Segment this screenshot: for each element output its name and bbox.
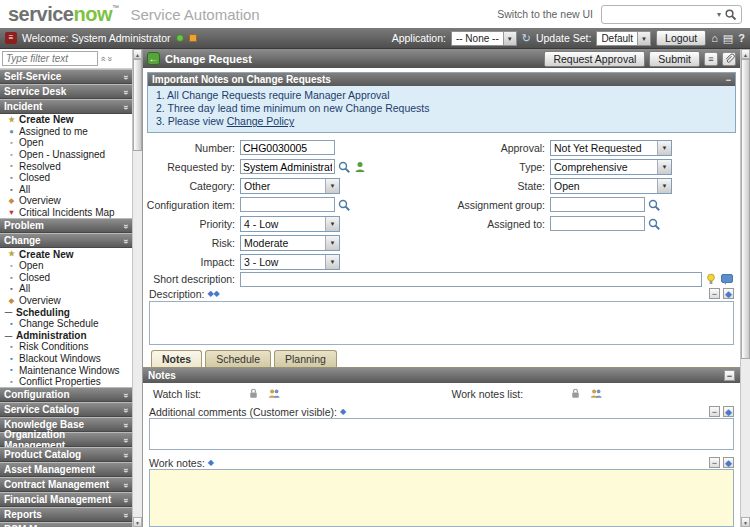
configuration-item-input[interactable]	[240, 197, 335, 212]
reference-lookup-icon[interactable]	[647, 217, 661, 231]
double-chevron-icon[interactable]: »	[121, 74, 131, 78]
print-icon[interactable]: ▤	[723, 33, 733, 44]
priority-select[interactable]: 4 - Low▼	[240, 216, 340, 232]
sidebar-section-product-catalog[interactable]: Product Catalog »	[0, 447, 132, 462]
sidebar-item-change-closed[interactable]: ▪Closed	[0, 272, 132, 284]
lock-icon[interactable]	[247, 387, 261, 401]
tab-planning[interactable]: Planning	[274, 350, 337, 367]
submit-button[interactable]: Submit	[649, 51, 700, 67]
collapse-icon[interactable]: −	[709, 406, 720, 417]
change-policy-link[interactable]: Change Policy	[227, 115, 295, 127]
sidebar-item-change-open[interactable]: ▪Open	[0, 260, 132, 272]
double-chevron-icon[interactable]: »	[121, 483, 131, 487]
lock-icon[interactable]	[569, 387, 583, 401]
category-select[interactable]: Other▼	[240, 178, 340, 194]
sidebar-section-change[interactable]: Change »	[0, 233, 132, 248]
sidebar-section-service-catalog[interactable]: Service Catalog »	[0, 402, 132, 417]
sidebar-section-incident[interactable]: Incident »	[0, 99, 132, 114]
sidebar-section-service-desk[interactable]: Service Desk »	[0, 84, 132, 99]
knowledge-icon[interactable]: ◆	[214, 289, 220, 298]
update-set-select[interactable]: Default ▼	[596, 31, 651, 46]
expand-icon[interactable]: ◆	[723, 406, 734, 417]
state-select[interactable]: Open▼	[550, 178, 672, 194]
group-icon[interactable]	[267, 387, 281, 401]
scroll-down-icon[interactable]: ▼	[741, 517, 750, 527]
help-icon[interactable]: ?	[738, 33, 745, 44]
user-preview-icon[interactable]	[353, 160, 367, 174]
logout-button[interactable]: Logout	[656, 30, 706, 46]
back-icon[interactable]: ←	[147, 52, 160, 65]
impact-select[interactable]: 3 - Low▼	[240, 254, 340, 270]
double-chevron-icon[interactable]: »	[121, 468, 131, 472]
filter-input[interactable]	[2, 51, 98, 66]
group-icon[interactable]	[589, 387, 603, 401]
double-chevron-icon[interactable]: »	[121, 408, 131, 412]
collapse-icon[interactable]: −	[726, 75, 731, 85]
double-chevron-icon[interactable]: »	[121, 104, 131, 108]
expand-icon[interactable]: ◆	[723, 457, 734, 468]
sidebar-item-risk-conditions[interactable]: ▪Risk Conditions	[0, 341, 132, 353]
suggestion-lightbulb-icon[interactable]	[704, 272, 718, 286]
double-chevron-icon[interactable]: »	[121, 513, 131, 517]
tab-notes[interactable]: Notes	[151, 350, 202, 367]
scroll-up-icon[interactable]: ▲	[741, 49, 750, 59]
sidebar-section-organization-management[interactable]: Organization Management »	[0, 432, 132, 447]
sidebar-item-incident-closed[interactable]: ▪Closed	[0, 172, 132, 184]
double-chevron-icon[interactable]: »	[121, 453, 131, 457]
sidebar-item-change-overview[interactable]: ◆Overview	[0, 295, 132, 307]
translate-icon[interactable]	[720, 272, 734, 286]
scroll-up-icon[interactable]: ▲	[133, 49, 142, 59]
sidebar-item-change-create-new[interactable]: ★Create New	[0, 248, 132, 260]
sidebar-scrollbar[interactable]: ▲ ▼	[132, 49, 142, 527]
sidebar-item-resolved[interactable]: ▪Resolved	[0, 160, 132, 172]
sidebar-section-bsm-map[interactable]: BSM Map »	[0, 522, 132, 527]
sidebar-section-financial-management[interactable]: Financial Management »	[0, 492, 132, 507]
sidebar-item-blackout-windows[interactable]: ▪Blackout Windows	[0, 353, 132, 365]
collapse-icon[interactable]: −	[724, 370, 735, 381]
double-chevron-icon[interactable]: »	[121, 89, 131, 93]
switch-ui-link[interactable]: Switch to the new UI	[497, 8, 593, 20]
double-chevron-icon[interactable]: »	[121, 224, 131, 228]
sidebar-item-assigned-to-me[interactable]: ●Assigned to me	[0, 126, 132, 138]
reference-lookup-icon[interactable]	[647, 198, 661, 212]
double-chevron-icon[interactable]: »	[121, 393, 131, 397]
double-chevron-icon[interactable]: »	[121, 239, 131, 243]
double-chevron-icon[interactable]: »	[121, 423, 131, 427]
sidebar-item-incident-open[interactable]: ▪Open	[0, 137, 132, 149]
search-icon[interactable]	[724, 8, 737, 21]
double-chevron-icon[interactable]: »	[121, 498, 131, 502]
sidebar-item-conflict-properties[interactable]: ▪Conflict Properties	[0, 376, 132, 388]
approval-select[interactable]: Not Yet Requested▼	[550, 140, 672, 156]
expand-icon[interactable]: ◆	[723, 288, 734, 299]
sidebar-section-self-service[interactable]: Self-Service »	[0, 69, 132, 84]
application-select[interactable]: -- None -- ▼	[451, 31, 517, 46]
sidebar-item-change-schedule[interactable]: ▪Change Schedule	[0, 318, 132, 330]
sidebar-item-incident-overview[interactable]: ◆Overview	[0, 195, 132, 207]
sidebar-section-reports[interactable]: Reports »	[0, 507, 132, 522]
short-description-input[interactable]	[240, 272, 702, 287]
context-menu-icon[interactable]: ≡	[704, 52, 718, 66]
sidebar-item-incident-all[interactable]: ▪All	[0, 184, 132, 196]
assigned-to-input[interactable]	[550, 216, 645, 231]
scrollbar-thumb[interactable]	[133, 59, 142, 151]
sidebar-section-problem[interactable]: Problem »	[0, 218, 132, 233]
description-textarea[interactable]	[149, 301, 734, 346]
number-input[interactable]	[240, 140, 335, 155]
tab-schedule[interactable]: Schedule	[205, 350, 271, 367]
knowledge-icon[interactable]: ◆	[208, 458, 214, 467]
sidebar-item-change-all[interactable]: ▪All	[0, 283, 132, 295]
sidebar-item-critical-incidents-map[interactable]: ▼Critical Incidents Map	[0, 207, 132, 219]
sidebar-item-incident-create-new[interactable]: ★Create New	[0, 114, 132, 126]
additional-comments-textarea[interactable]	[149, 418, 734, 450]
global-search[interactable]: ▾	[601, 5, 742, 24]
apps-grid-icon[interactable]: ≡	[5, 32, 17, 44]
work-notes-textarea[interactable]	[149, 469, 734, 527]
knowledge-icon[interactable]: ◆	[340, 407, 346, 416]
sidebar-item-open-unassigned[interactable]: ▪Open - Unassigned	[0, 149, 132, 161]
global-search-input[interactable]	[606, 8, 714, 20]
attachment-icon[interactable]	[722, 52, 736, 66]
expand-all-icon[interactable]: »	[105, 56, 115, 61]
double-chevron-icon[interactable]: »	[121, 438, 131, 442]
sidebar-section-contract-management[interactable]: Contract Management »	[0, 477, 132, 492]
search-caret-icon[interactable]: ▾	[717, 10, 721, 19]
